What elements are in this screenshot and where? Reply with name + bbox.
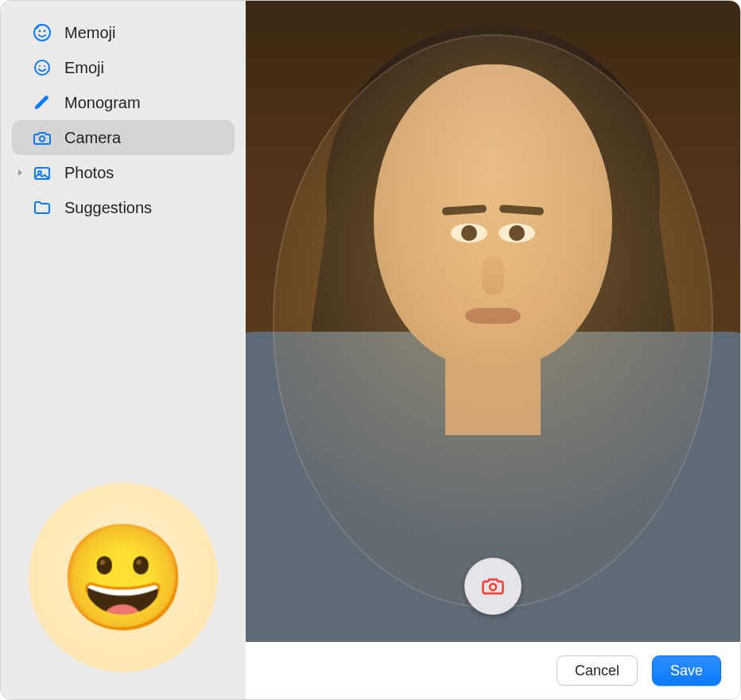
main-pane: Cancel Save (246, 1, 740, 699)
sidebar-item-camera[interactable]: Camera (12, 120, 235, 155)
profile-picture-picker: Memoji Emoji Monogram Camera (0, 0, 741, 700)
sidebar-item-label: Monogram (64, 94, 141, 112)
pencil-icon (31, 91, 53, 114)
sidebar-item-label: Emoji (64, 59, 104, 77)
svg-point-3 (35, 60, 49, 75)
chevron-right-icon[interactable] (15, 167, 26, 178)
current-avatar-preview: 😀 (12, 483, 235, 675)
current-avatar: 😀 (29, 483, 218, 672)
smile-icon (31, 56, 53, 79)
svg-point-4 (39, 65, 41, 67)
svg-point-1 (39, 30, 41, 33)
sidebar-item-label: Camera (64, 129, 121, 147)
sidebar-item-label: Memoji (64, 24, 115, 42)
sidebar-item-emoji[interactable]: Emoji (12, 50, 235, 85)
svg-point-6 (40, 136, 45, 141)
source-sidebar: Memoji Emoji Monogram Camera (1, 1, 246, 699)
cancel-button[interactable]: Cancel (557, 655, 638, 686)
sidebar-item-memoji[interactable]: Memoji (12, 15, 235, 50)
capture-button[interactable] (464, 558, 522, 615)
save-button[interactable]: Save (652, 655, 721, 686)
sidebar-item-label: Photos (64, 164, 114, 182)
source-list: Memoji Emoji Monogram Camera (12, 15, 235, 225)
camera-capture-icon (481, 574, 505, 600)
sidebar-item-photos[interactable]: Photos (12, 155, 235, 190)
svg-point-9 (490, 583, 496, 589)
sidebar-item-label: Suggestions (64, 199, 152, 217)
sidebar-item-monogram[interactable]: Monogram (12, 85, 235, 120)
folder-icon (31, 196, 53, 219)
camera-viewport (246, 1, 740, 642)
camera-icon (31, 126, 53, 149)
memoji-face-icon (31, 21, 53, 44)
sidebar-item-suggestions[interactable]: Suggestions (12, 190, 235, 225)
avatar-emoji: 😀 (59, 526, 188, 629)
camera-preview-image (246, 1, 740, 642)
photos-icon (31, 161, 53, 184)
svg-point-5 (44, 65, 45, 67)
svg-point-2 (44, 30, 46, 33)
footer-bar: Cancel Save (246, 642, 740, 699)
